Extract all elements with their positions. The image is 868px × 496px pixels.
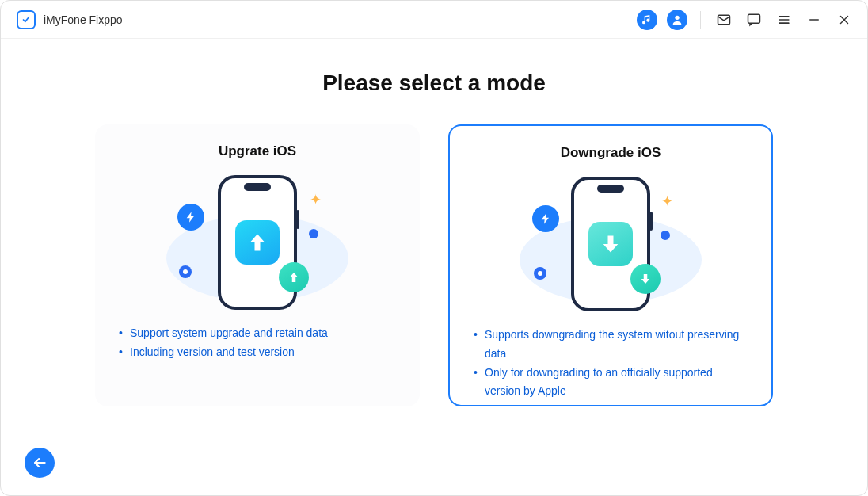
bullets-upgrade: Support system upgrade and retain data I…	[117, 324, 398, 362]
sparkle-icon: ✦	[310, 191, 322, 208]
music-promo-icon[interactable]	[637, 10, 657, 30]
arrow-up-badge-icon	[279, 262, 309, 292]
downgrade-icon	[588, 222, 633, 266]
main-content: Please select a mode Upgrate iOS ✦	[1, 39, 867, 406]
mail-icon[interactable]	[714, 10, 734, 30]
close-button[interactable]	[834, 10, 855, 30]
page-heading: Please select a mode	[1, 71, 867, 96]
lightning-icon	[532, 205, 559, 232]
svg-point-0	[675, 15, 679, 19]
mode-cards: Upgrate iOS ✦	[1, 124, 867, 406]
bullets-downgrade: Supports downgrading the system witout p…	[472, 326, 749, 401]
lightning-icon	[177, 204, 204, 231]
illustration-downgrade: ✦	[472, 169, 749, 319]
minimize-button[interactable]	[804, 10, 824, 30]
titlebar-actions	[637, 10, 855, 30]
menu-icon[interactable]	[774, 10, 794, 30]
bullet-item: Supports downgrading the system witout p…	[474, 326, 749, 364]
illustration-upgrade: ✦	[117, 167, 398, 318]
card-title-downgrade: Downgrade iOS	[472, 145, 749, 161]
feedback-icon[interactable]	[744, 10, 764, 30]
sparkle-icon: ✦	[661, 193, 673, 210]
app-title: iMyFone Fixppo	[44, 13, 123, 26]
back-button[interactable]	[25, 448, 55, 478]
app-window: iMyFone Fixppo	[0, 0, 868, 496]
card-title-upgrade: Upgrate iOS	[117, 143, 398, 159]
bullet-item: Including version and test version	[119, 343, 398, 362]
bullet-item: Support system upgrade and retain data	[119, 324, 398, 343]
svg-rect-2	[748, 14, 760, 23]
arrow-down-badge-icon	[630, 264, 661, 294]
account-icon[interactable]	[667, 10, 687, 30]
mode-card-upgrade[interactable]: Upgrate iOS ✦	[95, 124, 420, 406]
app-logo-icon	[17, 10, 36, 29]
titlebar: iMyFone Fixppo	[1, 1, 867, 39]
upgrade-icon	[235, 220, 280, 265]
mode-card-downgrade[interactable]: Downgrade iOS ✦	[448, 124, 773, 406]
titlebar-divider	[700, 11, 701, 29]
bullet-item: Only for downgrading to an officially su…	[474, 364, 749, 402]
